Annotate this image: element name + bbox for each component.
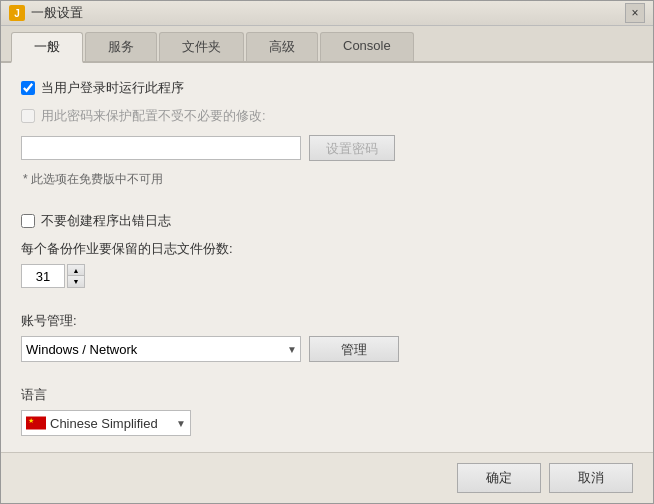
language-select-wrapper[interactable]: Chinese Simplified ▼ [21, 410, 191, 436]
account-select-wrapper: Windows / Network Local Account ▼ [21, 336, 301, 362]
account-row: Windows / Network Local Account ▼ 管理 [21, 336, 633, 362]
tab-bar: 一般 服务 文件夹 高级 Console [1, 26, 653, 63]
no-log-row: 不要创建程序出错日志 [21, 212, 633, 230]
tab-console[interactable]: Console [320, 32, 414, 61]
password-protect-row: 用此密码来保护配置不受不必要的修改: [21, 107, 633, 125]
tab-folder[interactable]: 文件夹 [159, 32, 244, 61]
account-label: 账号管理: [21, 312, 633, 330]
account-select[interactable]: Windows / Network Local Account [21, 336, 301, 362]
password-row: 设置密码 [21, 135, 633, 161]
startup-row: 当用户登录时运行此程序 [21, 79, 633, 97]
no-log-checkbox[interactable] [21, 214, 35, 228]
account-section: 账号管理: Windows / Network Local Account ▼ … [21, 312, 633, 362]
password-input[interactable] [21, 136, 301, 160]
log-count-section: 每个备份作业要保留的日志文件份数: ▲ ▼ [21, 240, 633, 288]
main-window: J 一般设置 × 一般 服务 文件夹 高级 Console 当用户登录时运行此程… [0, 0, 654, 504]
startup-label: 当用户登录时运行此程序 [41, 79, 184, 97]
language-label: 语言 [21, 386, 633, 404]
language-select-arrow-icon: ▼ [176, 418, 190, 429]
spinner-up-button[interactable]: ▲ [68, 265, 84, 276]
close-button[interactable]: × [625, 3, 645, 23]
log-count-input[interactable] [21, 264, 65, 288]
tab-advanced[interactable]: 高级 [246, 32, 318, 61]
footer: 确定 取消 [1, 452, 653, 503]
language-row: Chinese Simplified ▼ [21, 410, 633, 436]
app-icon: J [9, 5, 25, 21]
window-title: 一般设置 [31, 4, 625, 22]
password-protect-checkbox[interactable] [21, 109, 35, 123]
log-count-label: 每个备份作业要保留的日志文件份数: [21, 240, 633, 258]
no-log-label: 不要创建程序出错日志 [41, 212, 171, 230]
free-version-note: * 此选项在免费版中不可用 [21, 171, 633, 188]
spinner-down-button[interactable]: ▼ [68, 276, 84, 287]
cancel-button[interactable]: 取消 [549, 463, 633, 493]
title-bar: J 一般设置 × [1, 1, 653, 26]
language-section: 语言 Chinese Simplified ▼ [21, 386, 633, 436]
spinner-buttons: ▲ ▼ [67, 264, 85, 288]
content-area: 当用户登录时运行此程序 用此密码来保护配置不受不必要的修改: 设置密码 * 此选… [1, 63, 653, 452]
tab-general[interactable]: 一般 [11, 32, 83, 63]
password-protect-label: 用此密码来保护配置不受不必要的修改: [41, 107, 266, 125]
language-value-text: Chinese Simplified [22, 416, 176, 431]
set-password-button[interactable]: 设置密码 [309, 135, 395, 161]
manage-button[interactable]: 管理 [309, 336, 399, 362]
tab-service[interactable]: 服务 [85, 32, 157, 61]
startup-checkbox[interactable] [21, 81, 35, 95]
spinner-row: ▲ ▼ [21, 264, 633, 288]
ok-button[interactable]: 确定 [457, 463, 541, 493]
